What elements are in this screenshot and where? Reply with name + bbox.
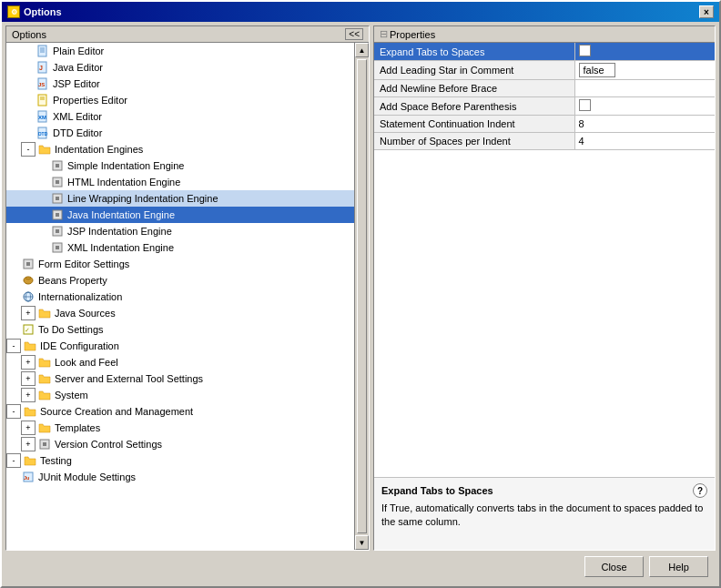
tree-container[interactable]: Plain Editor J Java Editor JS [6,43,354,550]
tree-label-i18n: Internationalization [38,291,122,302]
tree-item-java-sources[interactable]: + Java Sources [6,305,354,321]
scroll-thumb[interactable] [357,59,367,533]
tree-item-server[interactable]: + Server and External Tool Settings [6,370,354,387]
expand-tabs-checkbox[interactable] [579,45,591,56]
prop-row-num-spaces[interactable]: Number of Spaces per Indent 4 [374,133,715,150]
gear-icon-line-wrap [50,191,65,206]
gear-icon-java [50,208,65,222]
tree-label-junit: JUnit Module Settings [38,471,136,482]
folder-icon-ide [23,339,37,353]
tree-item-plain-editor[interactable]: Plain Editor [6,43,354,59]
prop-row-leading-star[interactable]: Add Leading Star in Comment false [374,61,715,80]
tree-label-java-sources: Java Sources [55,308,116,319]
tree-label-xml-indentation: XML Indentation Engine [67,242,174,253]
help-button[interactable]: Help [649,556,708,577]
svg-rect-26 [56,246,59,249]
tree-item-ide-config[interactable]: - IDE Configuration [6,338,354,354]
prop-value-expand-tabs[interactable] [574,43,715,61]
prop-value-newline-brace[interactable] [574,80,715,97]
expander-ide-config[interactable]: - [6,339,21,353]
jsp-doc-icon: JS [36,76,50,91]
tree-item-xml-editor[interactable]: XM XML Editor [6,108,354,125]
expander-java-sources[interactable]: + [21,306,36,320]
folder-icon-system [37,388,52,402]
tree-item-properties-editor[interactable]: Properties Editor [6,92,354,108]
properties-header: ⊟ Properties [374,26,715,43]
prop-name-space-paren: Add Space Before Parenthesis [374,97,574,116]
bean-icon [21,273,36,288]
gear-icon-vc [37,437,52,451]
expander-version-control[interactable]: + [21,437,36,451]
desc-text: If True, automatically converts tabs in … [381,502,707,530]
tree-item-simple-indentation[interactable]: Simple Indentation Engine [6,157,354,174]
tree-scrollbar[interactable]: ▲ ▼ [354,43,369,550]
tree-label-system: System [55,390,88,400]
tree-label-dtd-editor: DTD Editor [53,127,102,138]
tree-item-xml-indentation[interactable]: XML Indentation Engine [6,239,354,256]
svg-rect-8 [38,95,46,106]
tree-item-look-feel[interactable]: + Look and Feel [6,354,354,370]
space-paren-checkbox[interactable] [579,99,591,111]
svg-text:DTD: DTD [38,131,48,137]
prop-row-stmt-indent[interactable]: Statement Continuation Indent 8 [374,116,715,133]
tree-item-form-editor[interactable]: Form Editor Settings [6,256,354,272]
doc-icon [36,44,50,58]
expander-server[interactable]: + [21,371,36,386]
tree-label-todo: To Do Settings [38,324,104,335]
collapse-button[interactable]: << [345,28,363,40]
tree-item-source-creation[interactable]: - Source Creation and Management [6,403,354,420]
expander-templates[interactable]: + [21,421,36,435]
expander-system[interactable]: + [21,388,36,402]
folder-icon-templates [37,421,52,435]
tree-item-html-indentation[interactable]: HTML Indentation Engine [6,174,354,190]
desc-title: Expand Tabs to Spaces [381,485,493,496]
prop-value-leading-star[interactable]: false [574,61,715,80]
tree-item-beans[interactable]: Beans Property [6,272,354,289]
help-icon[interactable]: ? [693,483,707,498]
tree-label-ide-config: IDE Configuration [40,340,119,351]
tree-item-java-indentation[interactable]: Java Indentation Engine [6,207,354,223]
svg-text:✓: ✓ [25,327,30,333]
close-button[interactable]: × [699,5,714,18]
leading-star-value[interactable]: false [579,63,615,77]
tree-item-version-control[interactable]: + Version Control Settings [6,436,354,452]
tree-item-system[interactable]: + System [6,387,354,403]
tree-item-junit[interactable]: Ju JUnit Module Settings [6,469,354,485]
left-panel-inner: Plain Editor J Java Editor JS [6,43,369,550]
expander-indentation[interactable]: - [21,142,36,157]
folder-icon-indentation [37,142,52,157]
minus-icon: ⊟ [380,28,388,40]
tree-item-indentation-engines[interactable]: - Indentation Engines [6,141,354,157]
tree-item-i18n[interactable]: Internationalization [6,289,354,305]
expander-testing[interactable]: - [6,453,21,468]
scroll-down-button[interactable]: ▼ [355,535,369,550]
tree-item-testing[interactable]: - Testing [6,452,354,469]
expander-look-feel[interactable]: + [21,355,36,370]
tree-item-jsp-indentation[interactable]: JSP Indentation Engine [6,223,354,239]
prop-value-space-paren[interactable] [574,97,715,116]
dtd-doc-icon: DTD [36,126,50,140]
scroll-up-button[interactable]: ▲ [355,43,369,57]
tree-item-line-wrapping[interactable]: Line Wrapping Indentation Engine [6,190,354,207]
prop-value-stmt-indent[interactable]: 8 [574,116,715,133]
prop-value-num-spaces[interactable]: 4 [574,133,715,150]
svg-rect-18 [56,180,59,184]
gear-icon-form [21,257,36,271]
svg-text:Ju: Ju [24,475,29,481]
close-dialog-button[interactable]: Close [584,556,644,577]
tree-label-simple-indentation: Simple Indentation Engine [67,160,184,171]
prop-row-space-paren[interactable]: Add Space Before Parenthesis [374,97,715,116]
prop-row-expand-tabs[interactable]: Expand Tabs to Spaces [374,43,715,61]
xml-doc-icon: XM [36,109,50,124]
tree-item-todo[interactable]: ✓ To Do Settings [6,321,354,338]
tree-label-plain-editor: Plain Editor [53,46,104,56]
tree-item-dtd-editor[interactable]: DTD DTD Editor [6,125,354,141]
tree-item-java-editor[interactable]: J Java Editor [6,59,354,76]
prop-row-newline-brace[interactable]: Add Newline Before Brace [374,80,715,97]
tree-item-jsp-editor[interactable]: JS JSP Editor [6,76,354,92]
tree-label-look-feel: Look and Feel [55,357,118,368]
expander-source-creation[interactable]: - [6,404,21,419]
properties-section: ⊟ Properties Expand Tabs to Spaces [374,26,715,477]
prop-name-leading-star: Add Leading Star in Comment [374,61,574,80]
tree-item-templates[interactable]: + Templates [6,420,354,436]
